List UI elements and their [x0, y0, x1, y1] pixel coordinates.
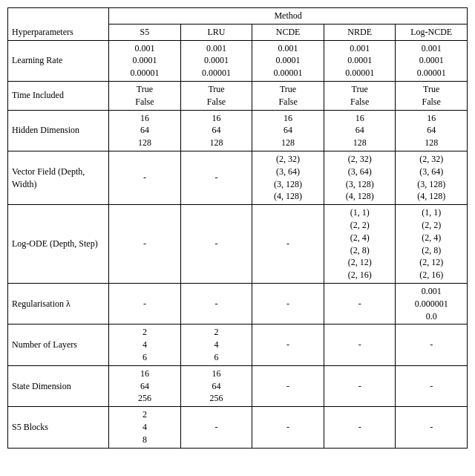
- cell-5-1: -: [180, 283, 252, 324]
- cell-4-1: -: [180, 205, 252, 284]
- cell-8-0: 248: [109, 407, 181, 448]
- table-row: Learning Rate0.0010.00010.000010.0010.00…: [8, 40, 468, 81]
- cell-7-4: -: [396, 365, 468, 406]
- cell-0-0: 0.0010.00010.00001: [109, 40, 181, 81]
- cell-1-1: TrueFalse: [180, 81, 252, 110]
- cell-3-4: (2, 32)(3, 64)(3, 128)(4, 128): [396, 151, 468, 204]
- cell-3-1: -: [180, 151, 252, 204]
- table-row: Log-ODE (Depth, Step)---(1, 1)(2, 2)(2, …: [8, 205, 468, 284]
- cell-0-3: 0.0010.00010.00001: [324, 40, 396, 81]
- cell-3-3: (2, 32)(3, 64)(3, 128)(4, 128): [324, 151, 396, 204]
- cell-8-4: -: [396, 407, 468, 448]
- col-nrde: NRDE: [324, 24, 396, 40]
- table-row: Regularisation λ----0.0010.0000010.0: [8, 283, 468, 324]
- col-ncde: NCDE: [252, 24, 324, 40]
- col-lru: LRU: [180, 24, 252, 40]
- row-label-5: Regularisation λ: [8, 283, 109, 324]
- cell-4-0: -: [109, 205, 181, 284]
- header-row: Hyperparameters Method: [8, 8, 468, 25]
- cell-1-2: TrueFalse: [252, 81, 324, 110]
- row-label-0: Learning Rate: [8, 40, 109, 81]
- row-label-1: Time Included: [8, 81, 109, 110]
- cell-2-2: 1664128: [252, 110, 324, 151]
- cell-6-4: -: [396, 325, 468, 365]
- row-label-4: Log-ODE (Depth, Step): [8, 205, 109, 284]
- cell-2-0: 1664128: [109, 110, 181, 151]
- cell-5-4: 0.0010.0000010.0: [396, 283, 468, 324]
- col-log-ncde: Log-NCDE: [396, 24, 468, 40]
- cell-6-3: -: [324, 325, 396, 365]
- cell-7-1: 1664256: [180, 365, 252, 406]
- row-label-3: Vector Field (Depth, Width): [8, 151, 109, 204]
- cell-4-2: -: [252, 205, 324, 284]
- cell-8-3: -: [324, 407, 396, 448]
- col-s5: S5: [109, 24, 181, 40]
- cell-0-4: 0.0010.00010.00001: [396, 40, 468, 81]
- row-label-6: Number of Layers: [8, 325, 109, 365]
- table-row: State Dimension16642561664256---: [8, 365, 468, 406]
- cell-2-4: 1664128: [396, 110, 468, 151]
- method-header: Method: [109, 8, 468, 25]
- cell-7-2: -: [252, 365, 324, 406]
- cell-4-3: (1, 1)(2, 2)(2, 4)(2, 8)(2, 12)(2, 16): [324, 205, 396, 284]
- cell-1-4: TrueFalse: [396, 81, 468, 110]
- cell-1-0: TrueFalse: [109, 81, 181, 110]
- cell-0-2: 0.0010.00010.00001: [252, 40, 324, 81]
- cell-6-2: -: [252, 325, 324, 365]
- cell-8-1: -: [180, 407, 252, 448]
- cell-6-0: 246: [109, 325, 181, 365]
- cell-3-2: (2, 32)(3, 64)(3, 128)(4, 128): [252, 151, 324, 204]
- cell-3-0: -: [109, 151, 181, 204]
- cell-5-2: -: [252, 283, 324, 324]
- row-label-8: S5 Blocks: [8, 407, 109, 448]
- row-label-7: State Dimension: [8, 365, 109, 406]
- cell-1-3: TrueFalse: [324, 81, 396, 110]
- cell-0-1: 0.0010.00010.00001: [180, 40, 252, 81]
- cell-8-2: -: [252, 407, 324, 448]
- cell-4-4: (1, 1)(2, 2)(2, 4)(2, 8)(2, 12)(2, 16): [396, 205, 468, 284]
- cell-2-3: 1664128: [324, 110, 396, 151]
- cell-7-3: -: [324, 365, 396, 406]
- row-label-2: Hidden Dimension: [8, 110, 109, 151]
- cell-5-0: -: [109, 283, 181, 324]
- table-row: Vector Field (Depth, Width)--(2, 32)(3, …: [8, 151, 468, 204]
- cell-6-1: 246: [180, 325, 252, 365]
- cell-5-3: -: [324, 283, 396, 324]
- table-row: Time IncludedTrueFalseTrueFalseTrueFalse…: [8, 81, 468, 110]
- table-row: Hidden Dimension166412816641281664128166…: [8, 110, 468, 151]
- cell-7-0: 1664256: [109, 365, 181, 406]
- table-row: S5 Blocks248----: [8, 407, 468, 448]
- table-row: Number of Layers246246---: [8, 325, 468, 365]
- hyperparameters-header: Hyperparameters: [8, 8, 109, 41]
- cell-2-1: 1664128: [180, 110, 252, 151]
